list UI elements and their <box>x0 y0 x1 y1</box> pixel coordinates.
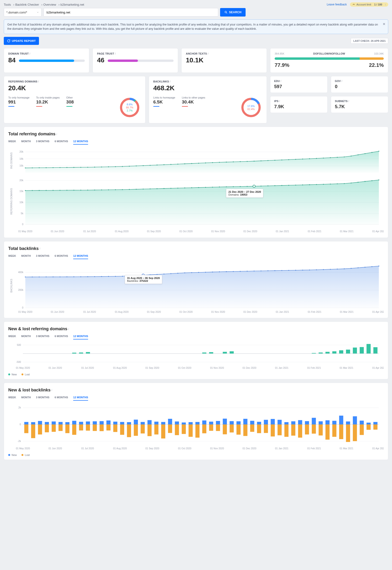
svg-point-125 <box>371 180 372 181</box>
svg-rect-221 <box>202 352 206 353</box>
svg-point-157 <box>94 276 95 277</box>
svg-rect-285 <box>127 425 131 437</box>
svg-rect-335 <box>298 425 302 438</box>
svg-rect-307 <box>202 425 206 433</box>
svg-rect-347 <box>339 425 343 439</box>
svg-point-84 <box>87 190 88 191</box>
svg-point-148 <box>32 276 33 277</box>
svg-text:01 Dec 2020: 01 Dec 2020 <box>243 230 257 233</box>
chevron-down-icon <box>37 11 39 14</box>
svg-rect-234 <box>373 347 377 354</box>
tab-month[interactable]: MONTH <box>21 140 31 144</box>
svg-rect-281 <box>113 425 117 432</box>
tab-week-bl[interactable]: WEEK <box>8 254 16 259</box>
svg-text:2k: 2k <box>18 406 21 409</box>
search-button[interactable]: SEARCH <box>220 8 246 16</box>
svg-point-156 <box>87 276 88 277</box>
referring-domains-chart[interactable]: 16k18k20kING DOMAINS05k10k15k20k01 May 2… <box>8 146 384 234</box>
svg-text:18k: 18k <box>19 157 23 160</box>
svg-point-46 <box>260 160 261 161</box>
tab-3m-bl[interactable]: 3 MONTHS <box>36 254 49 259</box>
svg-text:01 Sep 2020: 01 Sep 2020 <box>147 230 161 233</box>
svg-point-172 <box>198 272 199 273</box>
svg-rect-224 <box>230 351 234 353</box>
svg-rect-229 <box>339 350 343 354</box>
tab-12m[interactable]: 12 MONTHS <box>73 140 88 144</box>
crumb-tools[interactable]: Tools <box>4 3 11 6</box>
svg-point-112 <box>281 185 282 186</box>
tab-6m-nlbl[interactable]: 6 MONTHS <box>55 396 68 401</box>
tab-week-nlbl[interactable]: WEEK <box>8 396 16 401</box>
domain-input[interactable] <box>43 8 218 16</box>
svg-rect-268 <box>72 421 76 425</box>
svg-point-76 <box>32 190 33 191</box>
backlinks-chart[interactable]: 0200k400k01 May 202001 Jun 202001 Jul 20… <box>8 261 384 315</box>
svg-point-170 <box>184 272 185 273</box>
svg-text:-2k: -2k <box>17 440 21 442</box>
nl-ref-chart[interactable]: -50050001 May 202001 Jun 202001 Jul 2020… <box>8 341 384 371</box>
svg-point-0 <box>225 11 226 13</box>
svg-point-39 <box>212 162 213 163</box>
nl-bl-chart[interactable]: -2k02k01 May 202001 Jun 202001 Jul 20200… <box>8 402 384 451</box>
svg-point-177 <box>233 271 234 272</box>
tab-6m-nlref[interactable]: 6 MONTHS <box>55 335 68 340</box>
crumb-overview[interactable]: Overview <box>43 3 56 6</box>
svg-rect-326 <box>271 419 275 425</box>
dofollow-card: 364.85K DOFOLLOW/NOFOLLOW 103.34K 77.9% … <box>270 48 388 73</box>
svg-rect-267 <box>65 425 70 433</box>
svg-rect-219 <box>79 352 83 353</box>
tab-month-nlbl[interactable]: MONTH <box>21 396 31 401</box>
tab-12m-nlbl[interactable]: 12 MONTHS <box>73 396 88 401</box>
svg-rect-340 <box>319 421 322 424</box>
svg-text:REFERRING DOMAINS: REFERRING DOMAINS <box>10 188 13 215</box>
svg-point-20 <box>80 167 81 168</box>
tab-month-bl[interactable]: MONTH <box>21 254 31 259</box>
svg-point-45 <box>254 161 254 162</box>
svg-point-15 <box>46 167 46 168</box>
svg-point-100 <box>198 187 199 188</box>
svg-text:01 Apr 2021: 01 Apr 2021 <box>372 230 384 233</box>
leave-feedback-link[interactable]: Leave feedback <box>327 3 347 6</box>
svg-rect-288 <box>141 422 145 425</box>
page-trust-card: PAGE TRUSTi 46 <box>93 48 178 73</box>
tab-6m[interactable]: 6 MONTHS <box>55 140 68 144</box>
tab-week[interactable]: WEEK <box>8 140 16 144</box>
update-report-button[interactable]: UPDATE REPORT <box>4 37 39 45</box>
tab-3m[interactable]: 3 MONTHS <box>36 140 49 144</box>
crumb-checker[interactable]: Backlink Checker <box>15 3 39 6</box>
svg-point-127 <box>253 185 255 187</box>
svg-rect-312 <box>223 419 227 425</box>
svg-text:10k: 10k <box>19 201 23 204</box>
svg-point-31 <box>156 165 157 166</box>
svg-point-189 <box>316 269 317 270</box>
svg-text:01 Jun 2020: 01 Jun 2020 <box>51 230 64 233</box>
tab-6m-bl[interactable]: 6 MONTHS <box>55 254 68 259</box>
tab-12m-nlref[interactable]: 12 MONTHS <box>73 335 88 340</box>
svg-text:5k: 5k <box>21 212 24 215</box>
svg-point-126 <box>378 180 379 181</box>
svg-text:01 May 2020: 01 May 2020 <box>18 230 32 233</box>
svg-text:01 Apr 2021: 01 Apr 2021 <box>372 311 384 313</box>
svg-rect-316 <box>236 421 240 424</box>
close-banner-icon[interactable]: ✕ <box>383 21 386 27</box>
svg-text:01 Jan 2021: 01 Jan 2021 <box>275 447 289 450</box>
svg-text:01 Apr 2021: 01 Apr 2021 <box>372 447 384 450</box>
tab-week-nlref[interactable]: WEEK <box>8 335 16 340</box>
tab-3m-nlref[interactable]: 3 MONTHS <box>36 335 49 340</box>
tab-12m-bl[interactable]: 12 MONTHS <box>73 254 88 259</box>
svg-point-17 <box>59 167 60 168</box>
svg-rect-290 <box>148 420 152 425</box>
tab-month-nlref[interactable]: MONTH <box>21 335 31 340</box>
svg-point-152 <box>59 276 60 277</box>
svg-rect-257 <box>31 425 35 438</box>
svg-point-106 <box>240 186 241 187</box>
domain-scope-select[interactable]: *.domain.com/* <box>4 8 42 16</box>
account-limit-badge[interactable]: Account limit 1 / 100 i <box>350 2 388 7</box>
refresh-icon <box>7 39 10 43</box>
svg-rect-297 <box>168 425 172 433</box>
tab-3m-nlbl[interactable]: 3 MONTHS <box>36 396 49 401</box>
search-row: *.domain.com/* SEARCH <box>0 8 392 19</box>
svg-rect-334 <box>298 420 302 425</box>
svg-point-48 <box>274 160 275 161</box>
svg-rect-332 <box>291 421 295 424</box>
